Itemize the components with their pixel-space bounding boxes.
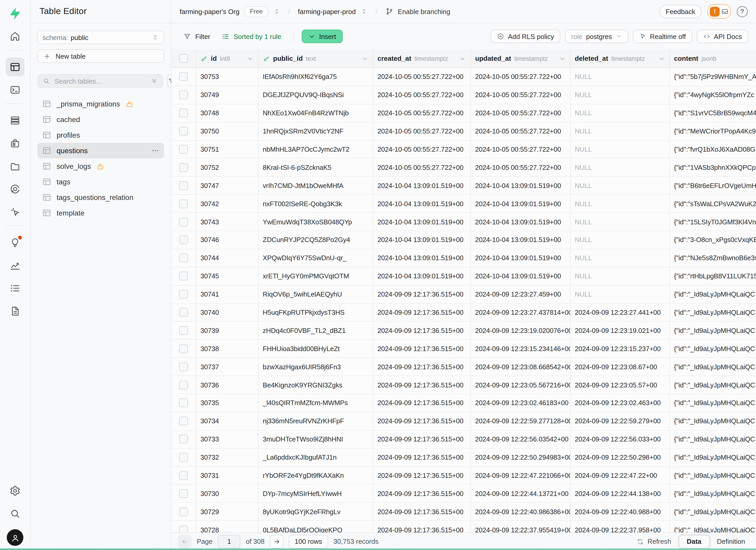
row-checkbox[interactable] bbox=[179, 525, 188, 532]
cell-content[interactable]: {"id":"_Id9aLyJpMHQLaiQC bbox=[670, 394, 756, 412]
rail-item-edge-functions[interactable] bbox=[6, 180, 24, 198]
rail-item-sql-editor[interactable] bbox=[6, 81, 24, 99]
cell-content[interactable]: {"id":"4wyNgK55lOfrpmYZc bbox=[670, 86, 756, 104]
cell-created-at[interactable]: 2024-10-05 00:55:27.722+00 bbox=[373, 104, 471, 122]
column-header-content[interactable]: contentjsonb bbox=[670, 49, 756, 68]
select-all-checkbox[interactable] bbox=[179, 54, 188, 63]
cell-content[interactable]: {"id":"1VASb3phnXXkQPCpv bbox=[670, 159, 756, 176]
cell-id[interactable]: 30739 bbox=[196, 322, 259, 339]
cell-created-at[interactable]: 2024-09-09 12:17:36.515+00 bbox=[373, 358, 471, 376]
cell-content[interactable]: {"id":"sTsWaLCPsVA2WuK2 bbox=[670, 195, 756, 212]
enable-branching-button[interactable]: Enable branching bbox=[385, 7, 450, 16]
cell-created-at[interactable]: 2024-10-04 13:09:01.519+00 bbox=[373, 177, 471, 194]
prev-page-button[interactable] bbox=[178, 535, 192, 548]
cell-public-id[interactable]: xrETl_HyGY0mPMGVqtOTM bbox=[259, 267, 373, 285]
cell-public-id[interactable]: zHDq4c0F0VBF_TL2_dBZ1 bbox=[259, 322, 373, 339]
cell-deleted-at[interactable]: NULL bbox=[571, 104, 670, 122]
cell-content[interactable]: {"id":"_Id9aLyJpMHQLaiQC bbox=[670, 521, 756, 532]
add-rls-policy-button[interactable]: Add RLS policy bbox=[491, 30, 560, 43]
row-checkbox[interactable] bbox=[179, 362, 188, 371]
cell-public-id[interactable]: NhXEo1Xw04FnB4RzWTNjb bbox=[259, 104, 373, 122]
cell-id[interactable]: 30731 bbox=[196, 467, 259, 484]
cell-created-at[interactable]: 2024-10-04 13:09:01.519+00 bbox=[373, 195, 471, 212]
cell-created-at[interactable]: 2024-10-05 00:55:27.722+00 bbox=[373, 159, 471, 176]
cell-deleted-at[interactable]: NULL bbox=[571, 68, 670, 86]
cell-deleted-at[interactable]: 2024-09-09 12:23:05.57+00 bbox=[571, 376, 670, 394]
cell-id[interactable]: 30730 bbox=[196, 485, 259, 502]
cell-created-at[interactable]: 2024-10-04 13:09:01.519+00 bbox=[373, 249, 471, 267]
cell-created-at[interactable]: 2024-10-04 13:09:01.519+00 bbox=[373, 267, 471, 285]
cell-deleted-at[interactable]: 2024-09-09 12:22:37.958+00 bbox=[571, 521, 670, 532]
plan-badge[interactable]: Free bbox=[244, 6, 268, 17]
row-checkbox[interactable] bbox=[179, 181, 188, 190]
cell-updated-at[interactable]: 2024-09-09 12:22:47.221066+00 bbox=[471, 467, 571, 484]
row-checkbox[interactable] bbox=[179, 236, 188, 244]
api-docs-button[interactable]: API Docs bbox=[697, 30, 748, 43]
schema-select[interactable]: schema: public bbox=[37, 31, 164, 44]
cell-public-id[interactable]: _La6pddxcKJIbgufATJ1n bbox=[259, 448, 373, 466]
cell-content[interactable]: {"id":"S1vrVC5BrB59wqcM4 bbox=[670, 104, 756, 122]
cell-created-at[interactable]: 2024-09-09 12:17:36.515+00 bbox=[373, 503, 471, 521]
feedback-button[interactable]: Feedback bbox=[659, 5, 701, 18]
rail-item-database[interactable] bbox=[6, 111, 24, 130]
cell-public-id[interactable]: 1hnRQjxSRm2V0VticY2NF bbox=[259, 122, 373, 140]
row-checkbox[interactable] bbox=[179, 435, 188, 444]
cell-id[interactable]: 30733 bbox=[196, 431, 259, 448]
cell-updated-at[interactable]: 2024-10-05 00:55:27.722+00 bbox=[471, 104, 571, 122]
sidebar-item-solve_logs[interactable]: solve_logs bbox=[37, 158, 164, 174]
cell-updated-at[interactable]: 2024-10-04 13:09:01.519+00 bbox=[471, 177, 571, 194]
rail-item-logs[interactable] bbox=[6, 279, 24, 298]
column-header-deleted_at[interactable]: deleted_attimestamptz bbox=[571, 49, 670, 68]
filter-button[interactable]: Filter bbox=[179, 30, 214, 43]
new-table-button[interactable]: New table bbox=[37, 49, 164, 63]
cell-public-id[interactable]: H5uqFKpRUTPkjxdysT3HS bbox=[259, 304, 373, 321]
notifications-button[interactable]: ! bbox=[707, 4, 731, 19]
avatar[interactable] bbox=[7, 529, 23, 546]
cell-content[interactable]: {"id":"5b7j5Pz9WHBNmY_A bbox=[670, 68, 756, 86]
rail-item-api-docs[interactable] bbox=[6, 302, 24, 320]
cell-content[interactable]: {"id":"B6tr6eEFLrOVgeUmH bbox=[670, 177, 756, 194]
sidebar-item-_prisma_migrations[interactable]: _prisma_migrations bbox=[37, 96, 164, 112]
rail-item-reports[interactable] bbox=[6, 256, 24, 275]
cell-public-id[interactable]: YwEmuWdqT38XoSB048QYp bbox=[259, 213, 373, 231]
cell-created-at[interactable]: 2024-10-05 00:55:27.722+00 bbox=[373, 68, 471, 86]
cell-created-at[interactable]: 2024-10-04 13:09:01.519+00 bbox=[373, 213, 471, 231]
chevrons-up-down-icon[interactable] bbox=[273, 8, 280, 15]
cell-created-at[interactable]: 2024-09-09 12:17:36.515+00 bbox=[373, 304, 471, 321]
column-header-updated_at[interactable]: updated_attimestamptz bbox=[471, 49, 571, 68]
rail-item-table-editor[interactable] bbox=[6, 58, 24, 76]
cell-id[interactable]: 30746 bbox=[196, 231, 259, 249]
cell-updated-at[interactable]: 2024-10-04 13:09:01.519+00 bbox=[471, 267, 571, 285]
cell-public-id[interactable]: ZDCunRYJP2CQ5Z8Po2Gy4 bbox=[259, 231, 373, 249]
cell-updated-at[interactable]: 2024-09-09 12:22:37.955419+00 bbox=[471, 521, 571, 532]
cell-deleted-at[interactable]: 2024-09-09 12:23:19.021+00 bbox=[571, 322, 670, 339]
cell-updated-at[interactable]: 2024-09-09 12:22:44.13721+00 bbox=[471, 485, 571, 502]
cell-public-id[interactable]: FHHUioa3bidd00BHyLeZt bbox=[259, 340, 373, 358]
rows-per-page-button[interactable]: 100 rows bbox=[288, 535, 328, 548]
cell-content[interactable]: {"id":"15LSIyT0JGMf3Kl4Vn bbox=[670, 213, 756, 231]
cell-deleted-at[interactable]: 2024-09-09 12:22:56.033+00 bbox=[571, 431, 670, 448]
cell-deleted-at[interactable]: NULL bbox=[571, 195, 670, 212]
cell-content[interactable]: {"id":"_Id9aLyJpMHQLaiQC bbox=[670, 412, 756, 430]
cell-id[interactable]: 30742 bbox=[196, 195, 259, 212]
refresh-button[interactable]: Refresh bbox=[637, 538, 671, 545]
tab-data[interactable]: Data bbox=[678, 535, 710, 548]
cell-public-id[interactable]: 8KraI-tSI-6-pSZcknaK5 bbox=[259, 159, 373, 176]
cell-updated-at[interactable]: 2024-10-05 00:55:27.722+00 bbox=[471, 159, 571, 176]
cell-id[interactable]: 30748 bbox=[196, 104, 259, 122]
cell-updated-at[interactable]: 2024-09-09 12:22:59.277128+00 bbox=[471, 412, 571, 430]
cell-created-at[interactable]: 2024-10-05 00:55:27.722+00 bbox=[373, 122, 471, 140]
cell-updated-at[interactable]: 2024-10-05 00:55:27.722+00 bbox=[471, 140, 571, 158]
row-checkbox[interactable] bbox=[179, 163, 188, 172]
cell-id[interactable]: 30738 bbox=[196, 340, 259, 358]
cell-created-at[interactable]: 2024-09-09 12:17:36.515+00 bbox=[373, 285, 471, 303]
row-checkbox[interactable] bbox=[179, 199, 188, 208]
row-checkbox[interactable] bbox=[179, 254, 188, 263]
cell-id[interactable]: 30752 bbox=[196, 159, 259, 176]
cell-deleted-at[interactable]: NULL bbox=[571, 285, 670, 303]
cell-updated-at[interactable]: 2024-09-09 12:23:19.020076+00 bbox=[471, 322, 571, 339]
cell-id[interactable]: 30753 bbox=[196, 68, 259, 86]
realtime-toggle-button[interactable]: Realtime off bbox=[633, 30, 692, 43]
cell-updated-at[interactable]: 2024-10-05 00:55:27.722+00 bbox=[471, 86, 571, 104]
cell-public-id[interactable]: DGEJfJZPQUV9Q-IBqsNSi bbox=[259, 86, 373, 104]
